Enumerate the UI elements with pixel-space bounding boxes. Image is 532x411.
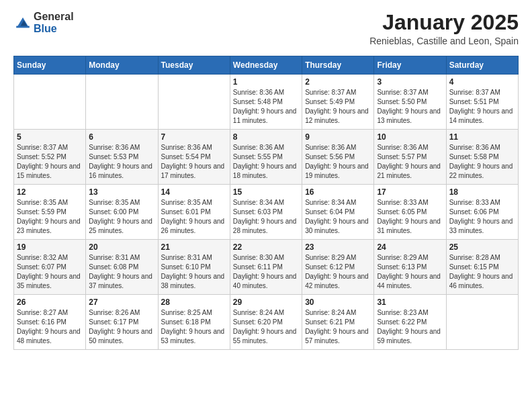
calendar-cell: 13Sunrise: 8:35 AMSunset: 6:00 PMDayligh…	[86, 185, 158, 240]
cell-details: Sunrise: 8:25 AMSunset: 6:18 PMDaylight:…	[161, 308, 227, 346]
location: Renieblas, Castille and Leon, Spain	[369, 36, 519, 46]
day-number: 7	[161, 132, 227, 142]
cell-details: Sunrise: 8:34 AMSunset: 6:03 PMDaylight:…	[233, 198, 299, 236]
week-row-2: 5Sunrise: 8:37 AMSunset: 5:52 PMDaylight…	[14, 130, 519, 185]
header: General Blue January 2025 Renieblas, Cas…	[13, 11, 519, 46]
calendar-cell	[158, 75, 230, 130]
week-row-3: 12Sunrise: 8:35 AMSunset: 5:59 PMDayligh…	[14, 185, 519, 240]
logo-text: General Blue	[34, 11, 74, 34]
calendar-cell: 8Sunrise: 8:36 AMSunset: 5:55 PMDaylight…	[230, 130, 302, 185]
calendar-cell	[86, 75, 158, 130]
day-number: 14	[161, 187, 227, 197]
day-header-tuesday: Tuesday	[158, 56, 230, 75]
cell-details: Sunrise: 8:30 AMSunset: 6:11 PMDaylight:…	[233, 253, 299, 291]
calendar-cell: 1Sunrise: 8:36 AMSunset: 5:48 PMDaylight…	[230, 75, 302, 130]
calendar-cell: 31Sunrise: 8:23 AMSunset: 6:22 PMDayligh…	[374, 295, 446, 350]
day-number: 22	[233, 242, 299, 252]
calendar-cell: 17Sunrise: 8:33 AMSunset: 6:05 PMDayligh…	[374, 185, 446, 240]
week-row-4: 19Sunrise: 8:32 AMSunset: 6:07 PMDayligh…	[14, 240, 519, 295]
day-number: 6	[89, 132, 154, 142]
day-number: 15	[233, 187, 299, 197]
day-header-thursday: Thursday	[302, 56, 374, 75]
cell-details: Sunrise: 8:32 AMSunset: 6:07 PMDaylight:…	[17, 253, 83, 291]
day-number: 30	[305, 298, 371, 307]
calendar-cell: 24Sunrise: 8:29 AMSunset: 6:13 PMDayligh…	[374, 240, 446, 295]
cell-details: Sunrise: 8:23 AMSunset: 6:22 PMDaylight:…	[377, 308, 443, 346]
cell-details: Sunrise: 8:28 AMSunset: 6:15 PMDaylight:…	[449, 253, 515, 291]
day-number: 24	[377, 242, 443, 252]
day-header-saturday: Saturday	[446, 56, 518, 75]
cell-details: Sunrise: 8:36 AMSunset: 5:53 PMDaylight:…	[89, 143, 154, 181]
cell-details: Sunrise: 8:36 AMSunset: 5:54 PMDaylight:…	[161, 143, 227, 181]
cell-details: Sunrise: 8:37 AMSunset: 5:51 PMDaylight:…	[449, 88, 515, 126]
cell-details: Sunrise: 8:29 AMSunset: 6:13 PMDaylight:…	[377, 253, 443, 291]
calendar-cell: 25Sunrise: 8:28 AMSunset: 6:15 PMDayligh…	[446, 240, 518, 295]
cell-details: Sunrise: 8:35 AMSunset: 6:00 PMDaylight:…	[89, 198, 154, 236]
cell-details: Sunrise: 8:37 AMSunset: 5:50 PMDaylight:…	[377, 88, 443, 126]
week-row-1: 1Sunrise: 8:36 AMSunset: 5:48 PMDaylight…	[14, 75, 519, 130]
calendar-cell: 14Sunrise: 8:35 AMSunset: 6:01 PMDayligh…	[158, 185, 230, 240]
day-number: 25	[449, 242, 515, 252]
calendar-table: SundayMondayTuesdayWednesdayThursdayFrid…	[13, 56, 519, 350]
calendar-cell: 9Sunrise: 8:36 AMSunset: 5:56 PMDaylight…	[302, 130, 374, 185]
cell-details: Sunrise: 8:29 AMSunset: 6:12 PMDaylight:…	[305, 253, 371, 291]
calendar-cell: 21Sunrise: 8:31 AMSunset: 6:10 PMDayligh…	[158, 240, 230, 295]
calendar-cell: 7Sunrise: 8:36 AMSunset: 5:54 PMDaylight…	[158, 130, 230, 185]
cell-details: Sunrise: 8:35 AMSunset: 5:59 PMDaylight:…	[17, 198, 83, 236]
cell-details: Sunrise: 8:37 AMSunset: 5:52 PMDaylight:…	[17, 143, 83, 181]
day-number: 26	[17, 298, 83, 307]
cell-details: Sunrise: 8:24 AMSunset: 6:20 PMDaylight:…	[233, 308, 299, 346]
day-number: 1	[233, 77, 299, 87]
calendar-cell: 4Sunrise: 8:37 AMSunset: 5:51 PMDaylight…	[446, 75, 518, 130]
day-header-wednesday: Wednesday	[230, 56, 302, 75]
cell-details: Sunrise: 8:24 AMSunset: 6:21 PMDaylight:…	[305, 308, 371, 346]
cell-details: Sunrise: 8:31 AMSunset: 6:10 PMDaylight:…	[161, 253, 227, 291]
day-number: 8	[233, 132, 299, 142]
calendar-cell: 2Sunrise: 8:37 AMSunset: 5:49 PMDaylight…	[302, 75, 374, 130]
day-number: 28	[161, 298, 227, 307]
day-number: 9	[305, 132, 371, 142]
day-number: 5	[17, 132, 83, 142]
cell-details: Sunrise: 8:37 AMSunset: 5:49 PMDaylight:…	[305, 88, 371, 126]
title-area: January 2025 Renieblas, Castille and Leo…	[369, 11, 519, 46]
cell-details: Sunrise: 8:26 AMSunset: 6:17 PMDaylight:…	[89, 308, 154, 346]
calendar-cell: 11Sunrise: 8:36 AMSunset: 5:58 PMDayligh…	[446, 130, 518, 185]
day-number: 12	[17, 187, 83, 197]
day-number: 16	[305, 187, 371, 197]
calendar-cell: 6Sunrise: 8:36 AMSunset: 5:53 PMDaylight…	[86, 130, 158, 185]
cell-details: Sunrise: 8:36 AMSunset: 5:57 PMDaylight:…	[377, 143, 443, 181]
calendar-cell: 23Sunrise: 8:29 AMSunset: 6:12 PMDayligh…	[302, 240, 374, 295]
day-number: 29	[233, 298, 299, 307]
calendar-cell: 10Sunrise: 8:36 AMSunset: 5:57 PMDayligh…	[374, 130, 446, 185]
week-row-5: 26Sunrise: 8:27 AMSunset: 6:16 PMDayligh…	[14, 295, 519, 350]
day-number: 27	[89, 298, 154, 307]
day-number: 11	[449, 132, 515, 142]
day-header-monday: Monday	[86, 56, 158, 75]
cell-details: Sunrise: 8:33 AMSunset: 6:05 PMDaylight:…	[377, 198, 443, 236]
cell-details: Sunrise: 8:36 AMSunset: 5:48 PMDaylight:…	[233, 88, 299, 126]
svg-rect-2	[16, 26, 30, 28]
day-number: 17	[377, 187, 443, 197]
page: General Blue January 2025 Renieblas, Cas…	[0, 0, 532, 361]
calendar-cell: 28Sunrise: 8:25 AMSunset: 6:18 PMDayligh…	[158, 295, 230, 350]
day-header-friday: Friday	[374, 56, 446, 75]
day-number: 13	[89, 187, 154, 197]
calendar-cell: 26Sunrise: 8:27 AMSunset: 6:16 PMDayligh…	[14, 295, 86, 350]
day-number: 23	[305, 242, 371, 252]
cell-details: Sunrise: 8:36 AMSunset: 5:55 PMDaylight:…	[233, 143, 299, 181]
calendar-cell: 16Sunrise: 8:34 AMSunset: 6:04 PMDayligh…	[302, 185, 374, 240]
logo-icon	[13, 13, 32, 32]
calendar-cell: 22Sunrise: 8:30 AMSunset: 6:11 PMDayligh…	[230, 240, 302, 295]
cell-details: Sunrise: 8:33 AMSunset: 6:06 PMDaylight:…	[449, 198, 515, 236]
calendar-cell: 20Sunrise: 8:31 AMSunset: 6:08 PMDayligh…	[86, 240, 158, 295]
day-number: 18	[449, 187, 515, 197]
cell-details: Sunrise: 8:35 AMSunset: 6:01 PMDaylight:…	[161, 198, 227, 236]
calendar-cell: 19Sunrise: 8:32 AMSunset: 6:07 PMDayligh…	[14, 240, 86, 295]
header-row: SundayMondayTuesdayWednesdayThursdayFrid…	[14, 56, 519, 75]
calendar-cell: 30Sunrise: 8:24 AMSunset: 6:21 PMDayligh…	[302, 295, 374, 350]
day-number: 10	[377, 132, 443, 142]
logo-general-text: General	[34, 11, 74, 23]
calendar-cell: 29Sunrise: 8:24 AMSunset: 6:20 PMDayligh…	[230, 295, 302, 350]
calendar-cell: 3Sunrise: 8:37 AMSunset: 5:50 PMDaylight…	[374, 75, 446, 130]
cell-details: Sunrise: 8:34 AMSunset: 6:04 PMDaylight:…	[305, 198, 371, 236]
